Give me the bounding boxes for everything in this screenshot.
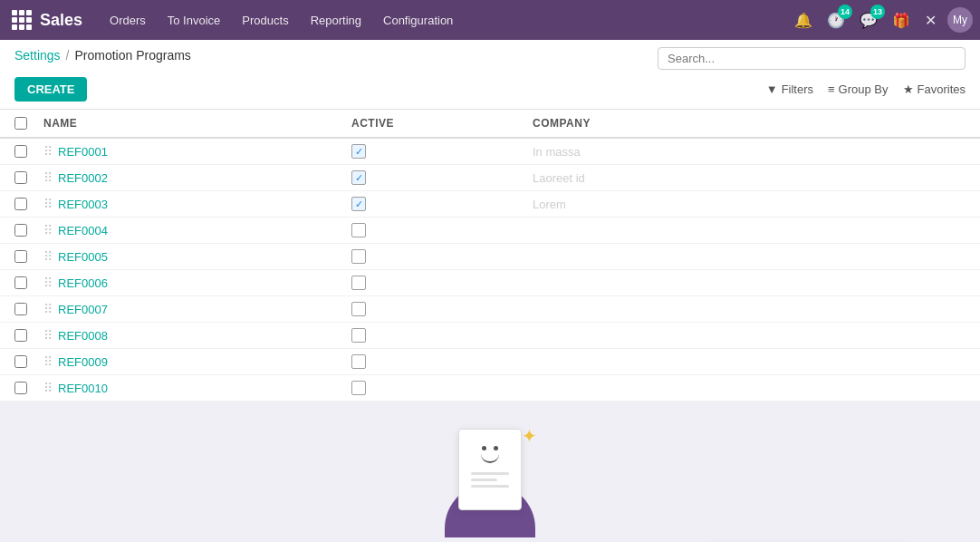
drag-handle[interactable]: ⠿	[43, 223, 53, 237]
favorites-button[interactable]: ★ Favorites	[903, 82, 966, 96]
active-unchecked-icon[interactable]	[351, 249, 366, 264]
grid-icon	[12, 10, 32, 30]
group-by-button[interactable]: ≡ Group By	[828, 82, 889, 96]
row-checkbox[interactable]	[14, 382, 27, 394]
doc-eye-left	[482, 446, 486, 450]
doc-smile	[481, 454, 499, 463]
active-checked-icon[interactable]: ✓	[351, 170, 366, 185]
row-ref[interactable]: REF0004	[58, 224, 108, 237]
row-checkbox[interactable]	[14, 329, 27, 342]
create-button[interactable]: CREATE	[14, 77, 87, 102]
row-name-cell: ⠿ REF0002	[43, 170, 351, 185]
row-ref[interactable]: REF0001	[58, 145, 108, 159]
row-name-cell: ⠿ REF0004	[43, 223, 351, 237]
row-ref[interactable]: REF0007	[58, 303, 108, 316]
row-checkbox-cell[interactable]	[14, 145, 43, 158]
chat-badge: 13	[870, 5, 885, 19]
row-ref[interactable]: REF0003	[58, 198, 108, 211]
drag-handle[interactable]: ⠿	[43, 170, 53, 185]
notification-button[interactable]: 🔔	[791, 8, 816, 33]
col-active: Active	[351, 117, 533, 130]
promo-illustration: ✦	[436, 429, 544, 537]
row-ref[interactable]: REF0008	[58, 329, 108, 343]
row-ref[interactable]: REF0009	[58, 355, 108, 369]
doc-eye-right	[494, 446, 498, 450]
nav-products[interactable]: Products	[233, 8, 297, 33]
table-row: ⠿ REF0001 ✓ In massa	[0, 139, 980, 165]
nav-to-invoice[interactable]: To Invoice	[159, 8, 230, 33]
row-ref[interactable]: REF0010	[58, 382, 108, 395]
table-header: Name Active Company	[0, 110, 980, 139]
row-ref[interactable]: REF0006	[58, 276, 108, 290]
drag-handle[interactable]: ⠿	[43, 381, 53, 395]
doc-line	[471, 472, 509, 475]
row-checkbox[interactable]	[14, 171, 27, 184]
active-checked-icon[interactable]: ✓	[351, 144, 366, 159]
drag-handle[interactable]: ⠿	[43, 197, 53, 211]
drag-handle[interactable]: ⠿	[43, 354, 53, 369]
group-by-icon: ≡	[828, 82, 835, 96]
user-avatar[interactable]: My	[947, 7, 973, 33]
active-unchecked-icon[interactable]	[351, 276, 366, 290]
filters-button[interactable]: ▼ Filters	[766, 82, 813, 96]
drag-handle[interactable]: ⠿	[43, 328, 53, 343]
filter-icon: ▼	[766, 82, 778, 96]
select-all-checkbox[interactable]	[14, 117, 27, 130]
row-checkbox[interactable]	[14, 250, 27, 263]
row-company-cell: Lorem	[533, 198, 966, 211]
row-company-cell: In massa	[533, 145, 966, 159]
doc-line	[471, 485, 509, 488]
nav-reporting[interactable]: Reporting	[302, 8, 370, 33]
gift-icon: 🎁	[892, 13, 910, 28]
drag-handle[interactable]: ⠿	[43, 144, 53, 159]
breadcrumb-settings-link[interactable]: Settings	[14, 48, 61, 63]
row-checkbox-cell[interactable]	[14, 198, 43, 210]
table-row: ⠿ REF0004	[0, 218, 980, 244]
row-checkbox[interactable]	[14, 303, 27, 315]
search-input[interactable]	[658, 47, 966, 70]
close-button[interactable]: ✕	[921, 8, 940, 33]
close-icon: ✕	[925, 13, 937, 28]
drag-handle[interactable]: ⠿	[43, 276, 53, 290]
active-unchecked-icon[interactable]	[351, 302, 366, 316]
row-name-cell: ⠿ REF0001	[43, 144, 351, 159]
row-checkbox[interactable]	[14, 355, 27, 368]
grid-menu-button[interactable]	[7, 5, 36, 34]
active-unchecked-icon[interactable]	[351, 381, 366, 395]
timer-button[interactable]: 🕐 14	[823, 8, 849, 33]
header-row2: CREATE ▼ Filters ≡ Group By ★ Favorites	[0, 73, 980, 109]
gift-button[interactable]: 🎁	[889, 8, 914, 33]
row-checkbox[interactable]	[14, 276, 27, 289]
active-checked-icon[interactable]: ✓	[351, 197, 366, 211]
row-company: In massa	[533, 145, 581, 159]
col-company: Company	[533, 117, 966, 130]
active-unchecked-icon[interactable]	[351, 223, 366, 237]
drag-handle[interactable]: ⠿	[43, 249, 53, 264]
sparkle-icon: ✦	[522, 425, 537, 447]
row-active-cell	[351, 223, 533, 237]
breadcrumb: Settings / Promotion Programs	[14, 48, 191, 63]
toolbar-right: ▼ Filters ≡ Group By ★ Favorites	[766, 82, 966, 96]
nav-orders[interactable]: Orders	[101, 8, 155, 33]
drag-handle[interactable]: ⠿	[43, 302, 53, 316]
nav-configuration[interactable]: Configuration	[374, 8, 462, 33]
brand-name[interactable]: Sales	[40, 11, 82, 30]
page-header: Settings / Promotion Programs CREATE ▼ F…	[0, 40, 980, 110]
row-checkbox-cell[interactable]	[14, 171, 43, 184]
row-checkbox[interactable]	[14, 198, 27, 210]
row-ref[interactable]: REF0005	[58, 250, 108, 264]
table-body: ⠿ REF0001 ✓ In massa ⠿ REF0002 ✓ Laoreet…	[0, 139, 980, 402]
active-unchecked-icon[interactable]	[351, 328, 366, 343]
timer-badge: 14	[838, 5, 852, 19]
row-checkbox[interactable]	[14, 224, 27, 237]
active-unchecked-icon[interactable]	[351, 354, 366, 369]
promo-illustration-container: ✦	[14, 429, 966, 537]
doc-lines	[471, 472, 509, 488]
topnav: Sales Orders To Invoice Products Reporti…	[0, 0, 980, 40]
row-checkbox[interactable]	[14, 145, 27, 158]
row-ref[interactable]: REF0002	[58, 171, 108, 185]
row-active-cell: ✓	[351, 144, 533, 159]
chat-button[interactable]: 💬 13	[856, 8, 881, 33]
row-checkbox-cell[interactable]	[14, 224, 43, 237]
header-checkbox-cell[interactable]	[14, 117, 43, 130]
